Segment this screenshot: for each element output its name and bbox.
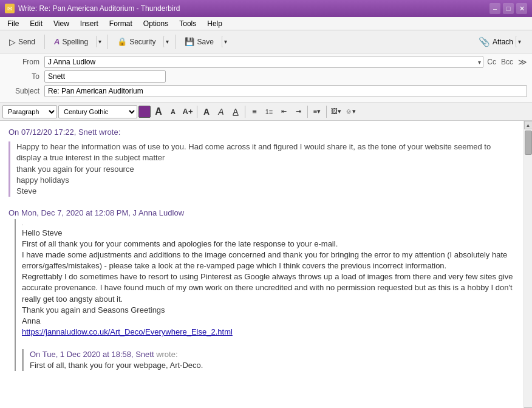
compose-body[interactable]: On 07/12/20 17:22, Snett wrote: Happy to… <box>0 121 523 408</box>
close-button[interactable]: ✕ <box>516 3 527 14</box>
font-color-swatch[interactable] <box>138 106 151 118</box>
security-label: Security <box>129 38 155 46</box>
format-toolbar: Paragraph Century Gothic Arial Times New… <box>0 103 532 121</box>
menu-help[interactable]: Help <box>202 18 227 29</box>
header-area: From ▾ Cc Bcc ≫ To Subject <box>0 53 532 103</box>
font-size-large-button[interactable]: A <box>152 105 165 118</box>
to-row: To <box>5 70 527 83</box>
menu-edit[interactable]: Edit <box>25 18 47 29</box>
quote1-line4: Steve <box>16 186 515 197</box>
maximize-button[interactable]: □ <box>503 3 514 14</box>
attach-icon: 📎 <box>479 36 490 47</box>
para1-text: First of all thank you for your comments… <box>22 239 515 250</box>
separator-2 <box>107 35 108 49</box>
scrollbar[interactable]: ▲ ▼ <box>523 121 532 408</box>
align-button[interactable]: ≡▾ <box>310 105 324 118</box>
security-dropdown[interactable]: ▾ <box>163 35 171 48</box>
italic-button[interactable]: A <box>214 105 228 118</box>
spelling-icon: A <box>54 37 60 46</box>
bcc-link[interactable]: Bcc <box>501 58 513 66</box>
subject-row: Subject <box>5 85 527 97</box>
security-button[interactable]: 🔒 Security <box>112 34 161 49</box>
font-family-select[interactable]: Century Gothic Arial Times New Roman <box>58 105 137 118</box>
save-dropdown[interactable]: ▾ <box>222 35 230 48</box>
expand-fields-button[interactable]: ≫ <box>518 57 527 67</box>
quote2-header: On Mon, Dec 7, 2020 at 12:08 PM, J Anna … <box>9 208 515 219</box>
from-select-wrapper: ▾ <box>44 56 483 68</box>
scroll-thumb[interactable] <box>525 131 532 155</box>
scroll-up-button[interactable]: ▲ <box>524 121 533 129</box>
insert-emoji-button[interactable]: ☺▾ <box>344 105 357 118</box>
ordered-list-button[interactable]: 1≡ <box>262 105 276 118</box>
save-button[interactable]: 💾 Save <box>179 34 219 49</box>
titlebar-title: Write: Re: Pan American Auditorium - Thu… <box>18 4 180 13</box>
from-row-right: Cc Bcc ≫ <box>487 57 527 67</box>
menu-options[interactable]: Options <box>138 18 173 29</box>
save-label: Save <box>197 38 213 46</box>
font-size-increase-button[interactable]: A+ <box>181 105 194 118</box>
send-button[interactable]: ▷ Send <box>4 34 41 50</box>
menu-view[interactable]: View <box>49 18 74 29</box>
separator-1 <box>44 35 45 49</box>
format-sep-1 <box>197 106 197 118</box>
font-size-decrease-button[interactable]: A <box>166 105 180 118</box>
to-label: To <box>5 72 44 81</box>
bold-button[interactable]: A <box>200 105 213 118</box>
attach-label: Attach <box>493 38 513 46</box>
compose-link: https://jannaludlow.co.uk/Art_Deco/Every… <box>22 327 515 338</box>
to-input[interactable] <box>44 70 166 83</box>
send-icon: ▷ <box>9 37 16 47</box>
spelling-button[interactable]: A Spelling <box>49 34 94 49</box>
lock-icon: 🔒 <box>117 37 127 46</box>
format-sep-4 <box>326 106 327 118</box>
para5-text: Anna <box>22 316 515 327</box>
save-icon: 💾 <box>185 37 194 46</box>
sub-quote-block: On Tue, 1 Dec 2020 at 18:58, Snett wrote… <box>22 349 515 371</box>
titlebar: ✉ Write: Re: Pan American Auditorium - T… <box>0 0 532 17</box>
titlebar-left: ✉ Write: Re: Pan American Auditorium - T… <box>5 4 180 13</box>
titlebar-controls[interactable]: – □ ✕ <box>489 3 527 14</box>
compose-link-anchor[interactable]: https://jannaludlow.co.uk/Art_Deco/Every… <box>22 327 233 336</box>
quote1-line1: Happy to hear the information was of use… <box>16 141 515 163</box>
menu-tools[interactable]: Tools <box>174 18 201 29</box>
menu-format[interactable]: Format <box>104 18 137 29</box>
quote1-header: On 07/12/20 17:22, Snett wrote: <box>9 127 515 138</box>
app-icon: ✉ <box>5 4 15 13</box>
format-sep-3 <box>307 106 308 118</box>
subject-label: Subject <box>5 87 44 95</box>
sub-quote-line: First of all, thank you for your webpage… <box>30 360 515 371</box>
quote1-line3: happy holidays <box>16 175 515 186</box>
minimize-button[interactable]: – <box>489 3 500 14</box>
para3-text: Regrettably I do sometimes have to resor… <box>22 271 515 305</box>
spelling-dropdown[interactable]: ▾ <box>96 35 104 48</box>
cc-link[interactable]: Cc <box>487 58 496 66</box>
indent-button[interactable]: ⇥ <box>292 105 305 118</box>
from-row: From ▾ Cc Bcc ≫ <box>5 56 527 68</box>
menubar: File Edit View Insert Format Options Too… <box>0 17 532 30</box>
send-label: Send <box>18 38 35 46</box>
compose-area: On 07/12/20 17:22, Snett wrote: Happy to… <box>0 121 532 408</box>
underline-button[interactable]: A <box>229 105 242 118</box>
hello-text: Hello Steve <box>22 228 515 239</box>
attach-dropdown[interactable]: ▾ <box>516 35 523 48</box>
subject-input[interactable] <box>44 85 527 97</box>
quote1-block: Happy to hear the information was of use… <box>9 141 515 197</box>
from-label: From <box>5 58 44 66</box>
format-sep-2 <box>245 106 245 118</box>
separator-3 <box>175 35 176 49</box>
unordered-list-button[interactable]: ≡ <box>248 105 261 118</box>
vertical-dot: . <box>22 219 515 228</box>
spelling-label: Spelling <box>62 38 88 46</box>
sub-quote-header-text: On Tue, 1 Dec 2020 at 18:58, Snett wrote… <box>30 349 515 360</box>
outdent-button[interactable]: ⇤ <box>277 105 290 118</box>
main-toolbar: ▷ Send A Spelling ▾ 🔒 Security ▾ 💾 Save … <box>0 30 532 53</box>
insert-image-button[interactable]: 🖼▾ <box>329 105 343 118</box>
menu-insert[interactable]: Insert <box>75 18 103 29</box>
indent-block: . Hello Steve First of all thank you for… <box>15 219 515 371</box>
para2-text: I have made some adjustments and additio… <box>22 250 515 271</box>
menu-file[interactable]: File <box>2 18 24 29</box>
paragraph-style-select[interactable]: Paragraph <box>2 105 57 118</box>
from-input[interactable] <box>44 56 483 68</box>
quote1-line2: thank you again for your resource <box>16 164 515 175</box>
attach-button[interactable]: 📎 Attach ▾ <box>474 33 528 50</box>
